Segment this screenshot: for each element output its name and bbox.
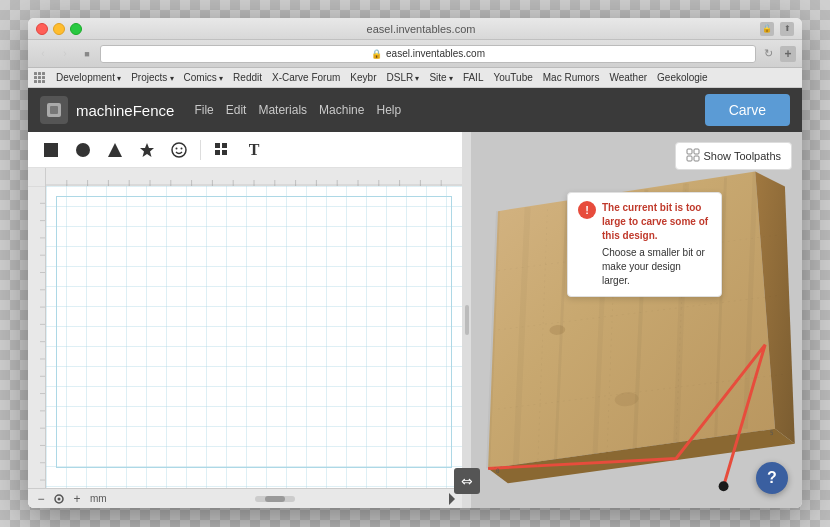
- address-text: easel.inventables.com: [386, 48, 485, 59]
- app-menu: File Edit Materials Machine Help: [194, 103, 401, 117]
- bookmark-youtube[interactable]: YouTube: [493, 72, 532, 83]
- close-button[interactable]: [36, 23, 48, 35]
- maximize-button[interactable]: [70, 23, 82, 35]
- divider-handle: [465, 305, 469, 335]
- error-icon: !: [578, 201, 596, 219]
- menu-materials[interactable]: Materials: [258, 103, 307, 117]
- bookmark-xcarve[interactable]: X-Carve Forum: [272, 72, 340, 83]
- menu-edit[interactable]: Edit: [226, 103, 247, 117]
- svg-rect-10: [222, 143, 227, 148]
- panel-toggle-button[interactable]: ⇔: [454, 468, 480, 494]
- secondary-toolbar: T: [28, 132, 462, 168]
- canvas-panel: T: [28, 132, 463, 508]
- bookmarks-bar: Development Projects Comics Reddit X-Car…: [28, 68, 802, 88]
- traffic-lights: [36, 23, 82, 35]
- bookmark-fail[interactable]: FAIL: [463, 72, 484, 83]
- zoom-controls: − + mm: [34, 492, 109, 506]
- app-title: machineFence: [76, 102, 174, 119]
- emoji-tool-button[interactable]: [166, 137, 192, 163]
- svg-rect-2: [44, 143, 58, 157]
- lock-address-icon: 🔒: [371, 49, 382, 59]
- scroll-indicator: [255, 496, 295, 502]
- error-message: Choose a smaller bit or make your design…: [602, 246, 711, 288]
- svg-rect-12: [222, 150, 227, 155]
- bookmark-projects[interactable]: Projects: [131, 72, 173, 83]
- svg-text:5: 5: [770, 429, 774, 436]
- app-toolbar: machineFence File Edit Materials Machine…: [28, 88, 802, 132]
- square-tool-button[interactable]: [38, 137, 64, 163]
- reload-button[interactable]: ↻: [760, 46, 776, 62]
- text-tool-button[interactable]: T: [241, 137, 267, 163]
- titlebar-icons: 🔒 ⬆: [760, 22, 794, 36]
- bookmark-geekologie[interactable]: Geekologie: [657, 72, 708, 83]
- bookmark-keybr[interactable]: Keybr: [350, 72, 376, 83]
- zoom-fit-button[interactable]: [52, 492, 66, 506]
- show-toolpaths-button[interactable]: Show Toolpaths: [675, 142, 792, 170]
- scroll-thumb: [265, 496, 285, 502]
- share-icon: ⬆: [780, 22, 794, 36]
- svg-point-3: [76, 143, 90, 157]
- nav-forward-button[interactable]: ›: [56, 45, 74, 63]
- grid-tool-button[interactable]: [209, 137, 235, 163]
- view-panel: 0 5 Show Toolpaths !: [471, 132, 802, 508]
- svg-point-7: [176, 147, 178, 149]
- svg-point-8: [181, 147, 183, 149]
- panel-divider[interactable]: ⇔: [463, 132, 471, 508]
- error-tooltip: ! The current bit is too large to carve …: [567, 192, 722, 297]
- triangle-tool-button[interactable]: [102, 137, 128, 163]
- ruler-left: [28, 168, 46, 488]
- app-logo: [40, 96, 68, 124]
- bookmark-reddit[interactable]: Reddit: [233, 72, 262, 83]
- toolpaths-icon: [686, 148, 700, 164]
- star-tool-button[interactable]: [134, 137, 160, 163]
- svg-rect-79: [687, 156, 692, 161]
- bookmark-site[interactable]: Site: [429, 72, 452, 83]
- bottom-bar: − + mm: [28, 488, 462, 508]
- svg-marker-5: [140, 143, 154, 157]
- address-bar[interactable]: 🔒 easel.inventables.com: [100, 45, 756, 63]
- new-tab-button[interactable]: +: [780, 46, 796, 62]
- nav-home-button[interactable]: ■: [78, 45, 96, 63]
- help-button[interactable]: ?: [756, 462, 788, 494]
- unit-label: mm: [90, 493, 107, 504]
- bookmarks-grid-icon[interactable]: [34, 72, 46, 84]
- bookmark-comics[interactable]: Comics: [184, 72, 224, 83]
- canvas-frame: [56, 196, 452, 468]
- svg-rect-9: [215, 143, 220, 148]
- window-title: easel.inventables.com: [82, 23, 760, 35]
- svg-point-55: [58, 497, 61, 500]
- canvas-area[interactable]: [46, 168, 462, 488]
- zoom-out-button[interactable]: −: [34, 492, 48, 506]
- bookmark-macrumors[interactable]: Mac Rumors: [543, 72, 600, 83]
- bookmark-dslr[interactable]: DSLR: [386, 72, 419, 83]
- error-title: The current bit is too large to carve so…: [602, 201, 711, 243]
- svg-text:0: 0: [496, 467, 500, 474]
- svg-rect-78: [694, 149, 699, 154]
- expand-button[interactable]: [442, 492, 456, 506]
- toolbar-separator: [200, 140, 201, 160]
- svg-rect-1: [50, 106, 58, 114]
- bookmark-development[interactable]: Development: [56, 72, 121, 83]
- app-window: easel.inventables.com 🔒 ⬆ ‹ › ■ 🔒 easel.…: [28, 18, 802, 508]
- svg-marker-56: [449, 493, 455, 505]
- board-3d-view: 0 5: [471, 132, 802, 508]
- nav-back-button[interactable]: ‹: [34, 45, 52, 63]
- canvas-workspace: [28, 168, 462, 488]
- circle-tool-button[interactable]: [70, 137, 96, 163]
- carve-button[interactable]: Carve: [705, 94, 790, 126]
- show-toolpaths-label: Show Toolpaths: [704, 150, 781, 162]
- svg-marker-4: [108, 143, 122, 157]
- menu-machine[interactable]: Machine: [319, 103, 364, 117]
- error-text: The current bit is too large to carve so…: [602, 201, 711, 288]
- main-content: T: [28, 132, 802, 508]
- lock-icon: 🔒: [760, 22, 774, 36]
- zoom-in-button[interactable]: +: [70, 492, 84, 506]
- menu-help[interactable]: Help: [376, 103, 401, 117]
- browser-toolbar: ‹ › ■ 🔒 easel.inventables.com ↻ +: [28, 40, 802, 68]
- menu-file[interactable]: File: [194, 103, 213, 117]
- svg-rect-13: [28, 186, 46, 488]
- svg-rect-77: [687, 149, 692, 154]
- minimize-button[interactable]: [53, 23, 65, 35]
- svg-rect-11: [215, 150, 220, 155]
- bookmark-weather[interactable]: Weather: [609, 72, 647, 83]
